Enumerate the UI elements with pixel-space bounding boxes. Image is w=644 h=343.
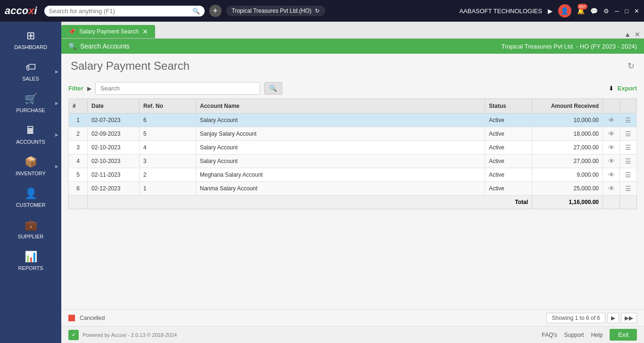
cell-amount: 25,000.00	[532, 182, 603, 196]
cell-amount: 9,000.00	[532, 168, 603, 182]
chat-icon[interactable]: 💬	[590, 8, 598, 15]
tab-bar: 📌 Salary Payment Search ✕ ▲ ✕	[61, 22, 644, 39]
dashboard-icon: ⊞	[26, 30, 35, 42]
sidebar-item-accounts[interactable]: 🖩 ACCOUNTS	[0, 119, 61, 150]
cell-view-action[interactable]: 👁	[603, 168, 620, 182]
settings-icon[interactable]: ⚙	[603, 8, 609, 15]
cell-more-action[interactable]: ☰	[620, 155, 637, 168]
table-row[interactable]: 4 02-10-2023 3 Salary Account Active 27,…	[69, 155, 637, 168]
footer-empty-1	[69, 196, 88, 209]
global-search-icon[interactable]: 🔍	[192, 8, 200, 15]
sidebar-item-reports[interactable]: 📊 REPORTS	[0, 245, 61, 277]
company-selector[interactable]: Tropical Treasures Pvt Ltd.(HO) ↻	[226, 6, 326, 16]
cell-ref: 5	[140, 127, 196, 141]
green-header: 🔍 Search Accounts Tropical Treasures Pvt…	[61, 39, 644, 54]
view-icon[interactable]: 👁	[608, 144, 615, 151]
cell-status: Active	[485, 141, 532, 155]
company-refresh-icon[interactable]: ↻	[315, 8, 320, 14]
cell-account: Salary Account	[196, 114, 485, 127]
more-icon[interactable]: ☰	[625, 116, 631, 124]
page-next-button[interactable]: ▶	[607, 313, 619, 323]
pagination-area: Showing 1 to 6 of 6 ▶ ▶▶	[546, 313, 637, 323]
col-header-amount: Amount Received	[532, 99, 603, 114]
footer-right: FAQ's Support Help Exit	[542, 329, 637, 341]
more-icon[interactable]: ☰	[625, 171, 631, 179]
sidebar: ⊞ DASHBOARD 🏷 SALES 🛒 PURCHASE 🖩 ACCOUNT…	[0, 22, 61, 343]
table-row[interactable]: 5 02-11-2023 2 Meghana Salary Account Ac…	[69, 168, 637, 182]
global-search-box[interactable]: 🔍	[44, 6, 205, 16]
table-row[interactable]: 2 02-09-2023 5 Sanjay Salary Account Act…	[69, 127, 637, 141]
sidebar-label-reports: REPORTS	[18, 265, 43, 271]
page-info: Showing 1 to 6 of 6	[546, 313, 605, 323]
sidebar-item-supplier[interactable]: 💼 SUPPLIER	[0, 213, 61, 245]
cell-ref: 3	[140, 155, 196, 168]
app-logo: accoxi	[5, 5, 37, 17]
filter-button[interactable]: Filter	[68, 85, 83, 92]
more-icon[interactable]: ☰	[625, 130, 631, 138]
cell-view-action[interactable]: 👁	[603, 182, 620, 196]
view-icon[interactable]: 👁	[608, 185, 615, 192]
page-last-button[interactable]: ▶▶	[621, 313, 637, 323]
close-btn[interactable]: ✕	[634, 8, 639, 15]
export-button[interactable]: Export	[618, 85, 637, 92]
cell-ref: 2	[140, 168, 196, 182]
user-avatar[interactable]: 👤	[558, 4, 571, 17]
view-icon[interactable]: 👁	[608, 130, 615, 138]
footer-help-link[interactable]: Help	[591, 332, 603, 338]
global-search-input[interactable]	[49, 8, 190, 15]
view-icon[interactable]: 👁	[608, 157, 615, 165]
cell-view-action[interactable]: 👁	[603, 141, 620, 155]
view-icon[interactable]: 👁	[608, 116, 615, 124]
page-refresh-button[interactable]: ↻	[627, 61, 635, 71]
more-icon[interactable]: ☰	[625, 144, 631, 151]
cell-status: Active	[485, 182, 532, 196]
cell-more-action[interactable]: ☰	[620, 168, 637, 182]
inventory-icon: 📦	[25, 156, 37, 168]
more-icon[interactable]: ☰	[625, 185, 631, 192]
table-footer-row: Total 1,16,000.00	[69, 196, 637, 209]
filter-export-icon: ⬇	[609, 85, 614, 92]
maximize-btn[interactable]: □	[625, 8, 628, 15]
cell-id: 6	[69, 182, 88, 196]
table-row[interactable]: 1 02-07-2023 6 Salary Account Active 10,…	[69, 114, 637, 127]
add-button[interactable]: +	[209, 5, 222, 17]
cell-more-action[interactable]: ☰	[620, 127, 637, 141]
filter-search-input[interactable]	[95, 82, 260, 95]
tab-ctrl-close[interactable]: ✕	[635, 31, 640, 38]
footer-logo: ✓	[68, 330, 79, 340]
filter-expand-arrow[interactable]: ▶	[87, 85, 91, 92]
footer-faq-link[interactable]: FAQ's	[542, 332, 557, 338]
cell-ref: 1	[140, 182, 196, 196]
cell-view-action[interactable]: 👁	[603, 114, 620, 127]
notification-count: 99+	[578, 4, 587, 9]
cell-view-action[interactable]: 👁	[603, 155, 620, 168]
sidebar-item-customer[interactable]: 👤 CUSTOMER	[0, 182, 61, 213]
col-header-account: Account Name	[196, 99, 485, 114]
cell-more-action[interactable]: ☰	[620, 182, 637, 196]
table-row[interactable]: 6 02-12-2023 1 Nanma Salary Account Acti…	[69, 182, 637, 196]
tab-close-button[interactable]: ✕	[142, 28, 148, 35]
view-icon[interactable]: 👁	[608, 171, 615, 179]
exit-button[interactable]: Exit	[610, 329, 637, 341]
footer-support-link[interactable]: Support	[564, 332, 584, 338]
sidebar-item-sales[interactable]: 🏷 SALES	[0, 56, 61, 87]
sidebar-item-inventory[interactable]: 📦 INVENTORY	[0, 150, 61, 182]
cell-more-action[interactable]: ☰	[620, 114, 637, 127]
customer-icon: 👤	[25, 188, 37, 200]
sidebar-item-purchase[interactable]: 🛒 PURCHASE	[0, 87, 61, 119]
tab-ctrl-up[interactable]: ▲	[624, 31, 631, 38]
cell-account: Salary Account	[196, 141, 485, 155]
cell-account: Nanma Salary Account	[196, 182, 485, 196]
notification-bell[interactable]: 🔔 99+	[577, 8, 585, 15]
purchase-icon: 🛒	[25, 93, 37, 105]
cell-status: Active	[485, 155, 532, 168]
more-icon[interactable]: ☰	[625, 157, 631, 165]
cell-more-action[interactable]: ☰	[620, 141, 637, 155]
col-header-date: Date	[88, 99, 140, 114]
sidebar-item-dashboard[interactable]: ⊞ DASHBOARD	[0, 24, 61, 56]
table-row[interactable]: 3 02-10-2023 4 Salary Account Active 27,…	[69, 141, 637, 155]
minimize-btn[interactable]: ─	[615, 8, 619, 15]
cell-view-action[interactable]: 👁	[603, 127, 620, 141]
filter-search-button[interactable]: 🔍	[264, 82, 282, 95]
tab-salary-payment-search[interactable]: 📌 Salary Payment Search ✕	[61, 25, 155, 38]
